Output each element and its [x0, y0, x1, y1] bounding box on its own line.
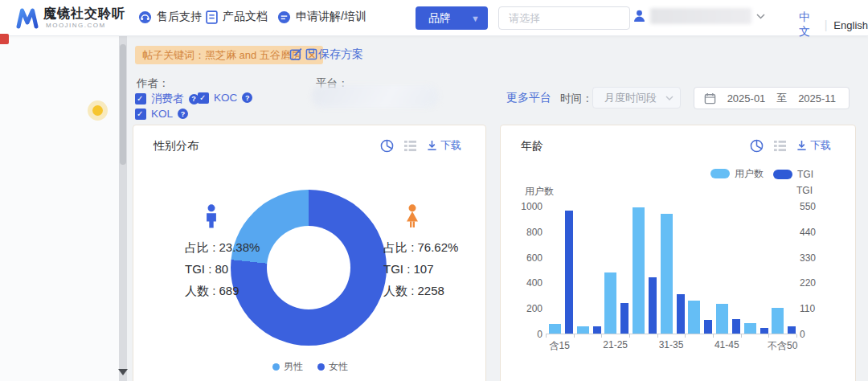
x-axis-tick: [768, 334, 769, 338]
author-option-kol: KOL ?: [135, 108, 188, 120]
keyword-tag-label: 帖子关键词：黑芝麻 and 五谷磨房: [142, 48, 301, 63]
lang-zh-link[interactable]: 中文: [799, 10, 818, 39]
users-bar: [661, 214, 673, 334]
age-card-title: 年龄: [521, 139, 543, 154]
users-bar: [772, 308, 784, 334]
gender-download-button[interactable]: 下载: [427, 138, 461, 153]
chat-icon: [277, 10, 291, 24]
username-blurred: [650, 8, 751, 24]
x-axis-tick: [741, 334, 742, 338]
more-platforms-link[interactable]: 更多平台: [506, 91, 551, 105]
users-bar: [633, 207, 645, 334]
author-option-label: 消费者: [151, 92, 184, 106]
brand-domain: MOOJING.COM: [46, 22, 106, 29]
y-axis-left-ticks: 02004006008001000: [515, 207, 542, 334]
tgi-bar: [649, 277, 657, 334]
legend-female[interactable]: 女性: [317, 360, 348, 374]
legend-users[interactable]: 用户数: [710, 167, 764, 181]
download-icon: [427, 140, 437, 151]
chevron-down-icon: ▼: [471, 14, 480, 23]
platform-blurred-content: [312, 85, 439, 108]
gender-donut-chart: [231, 190, 387, 346]
nav-training[interactable]: 申请讲解/培训: [277, 10, 366, 24]
users-bar: [577, 326, 589, 334]
users-bar: [549, 324, 561, 334]
brand-name: 魔镜社交聆听: [43, 6, 125, 23]
brand-dropdown-button[interactable]: 品牌 ▼: [416, 6, 488, 30]
axis-tick-label: 330: [800, 253, 816, 263]
age-card-tools: 下载: [750, 138, 831, 153]
date-range-picker[interactable]: 2025-01 至 2025-11: [694, 87, 850, 109]
axis-tick-label: 200: [526, 304, 542, 313]
pie-view-icon[interactable]: [750, 139, 764, 153]
author-label: 作者：: [137, 76, 170, 91]
tgi-bar: [677, 294, 685, 334]
checkbox-kol[interactable]: [135, 109, 146, 120]
save-plan-icon[interactable]: [305, 48, 317, 60]
female-ratio-stat: 占比 : 76.62%: [383, 240, 458, 256]
axis-tick-label: 0: [537, 330, 542, 339]
legend-male[interactable]: 男性: [272, 360, 303, 374]
gender-download-label: 下载: [440, 138, 461, 153]
user-menu[interactable]: [633, 8, 765, 24]
tgi-bar: [732, 319, 740, 334]
age-download-button[interactable]: 下载: [796, 138, 831, 153]
help-icon[interactable]: ?: [178, 109, 188, 119]
brand-dropdown-label: 品牌: [428, 11, 451, 26]
date-start-value[interactable]: 2025-01: [724, 92, 768, 104]
time-range-value: 月度时间段: [604, 91, 657, 105]
y-right-axis-name: TGI: [796, 185, 813, 196]
age-bar-chart: [546, 207, 796, 334]
date-separator: 至: [776, 91, 787, 105]
edge-widget[interactable]: [0, 34, 9, 44]
age-download-label: 下载: [810, 138, 831, 153]
pie-view-icon[interactable]: [380, 139, 394, 153]
axis-tick-label: 600: [526, 253, 542, 263]
nav-support-label: 售后支持: [157, 10, 202, 24]
users-legend-swatch: [710, 169, 730, 178]
nav-docs[interactable]: 产品文档: [206, 10, 268, 24]
calendar-icon: [704, 92, 716, 104]
brand-search-placeholder: 请选择: [509, 11, 540, 26]
x-axis-tick: [629, 334, 630, 338]
list-view-icon[interactable]: [773, 140, 787, 152]
axis-tick-label: 400: [526, 278, 542, 288]
tgi-bar: [565, 211, 573, 334]
tgi-bar: [620, 303, 628, 334]
axis-tick-label: 220: [800, 278, 816, 288]
checkbox-consumer[interactable]: [135, 93, 146, 104]
male-ratio-stat: 占比 : 23.38%: [185, 240, 260, 256]
edit-icon[interactable]: [289, 47, 303, 61]
help-icon[interactable]: ?: [242, 92, 252, 103]
axis-tick-label: 440: [800, 227, 816, 237]
x-axis-tick: [574, 334, 575, 338]
tgi-bar: [704, 320, 712, 334]
axis-tick-label: 0: [800, 330, 805, 339]
x-axis-tick: [657, 334, 658, 338]
nav-training-label: 申请讲解/培训: [296, 10, 366, 24]
list-view-icon[interactable]: [403, 140, 417, 152]
tgi-legend-swatch: [773, 170, 792, 179]
date-end-value[interactable]: 2025-11: [795, 92, 839, 104]
legend-tgi[interactable]: TGI: [773, 169, 813, 180]
time-range-select[interactable]: 月度时间段: [592, 87, 681, 109]
sidebar-scroll-down-arrow[interactable]: [118, 369, 128, 375]
male-tgi-stat: TGI : 80: [185, 262, 228, 276]
female-legend-dot: [317, 363, 325, 371]
checkbox-koc[interactable]: [198, 92, 209, 104]
save-plan-button[interactable]: 保存方案: [318, 47, 363, 62]
nav-support[interactable]: 售后支持: [138, 10, 202, 24]
nav-docs-label: 产品文档: [223, 10, 268, 24]
user-icon: [633, 10, 645, 23]
sidebar-scrollbar-thumb[interactable]: [120, 44, 126, 165]
x-axis-tick: [713, 334, 714, 338]
lang-en-link[interactable]: English: [833, 19, 868, 31]
top-header: 魔镜社交聆听 MOOJING.COM 售后支持 产品文档: [0, 0, 868, 36]
users-bar: [604, 272, 616, 334]
document-icon: [206, 10, 218, 24]
hint-badge[interactable]: [92, 105, 103, 116]
gender-card-tools: 下载: [380, 138, 461, 153]
brand-search-input[interactable]: 请选择: [498, 6, 630, 30]
x-axis-tick: [601, 334, 602, 338]
author-option-label: KOL: [151, 108, 173, 120]
